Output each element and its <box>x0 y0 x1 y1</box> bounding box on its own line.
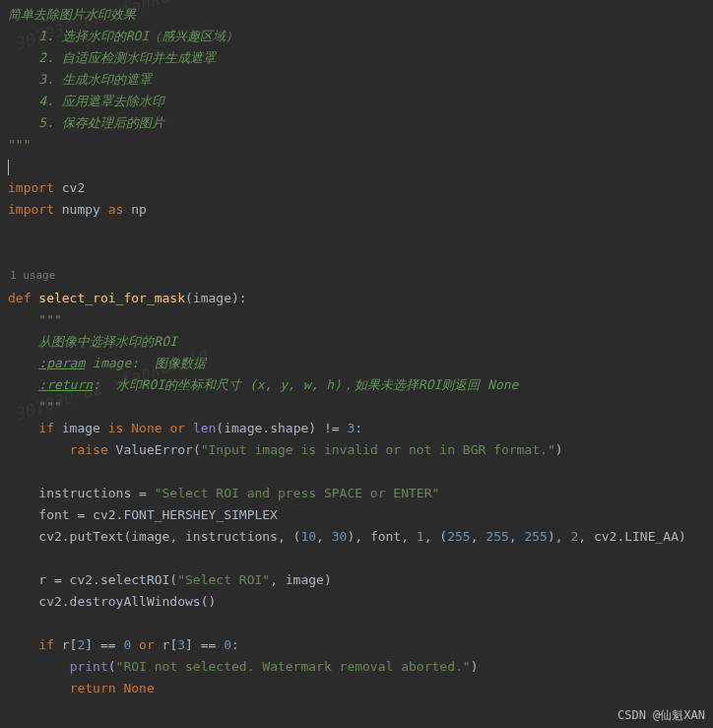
selectroi-pre: r = cv2.selectROI( <box>38 572 177 587</box>
code-editor[interactable]: 简单去除图片水印效果 1. 选择水印的ROI（感兴趣区域） 2. 自适应检测水印… <box>0 0 713 699</box>
instructions-assign: instructions = <box>38 486 154 500</box>
or-keyword-2: or <box>139 637 155 652</box>
number-255a: 255 <box>447 529 470 544</box>
close-paren2: ) <box>471 659 479 674</box>
inner-docstring-open: """ <box>38 312 61 327</box>
docstring-title: 简单去除图片水印效果 <box>8 7 136 22</box>
number-255c: 255 <box>524 529 547 544</box>
return-tag: :return <box>38 377 93 392</box>
r-close-eq: ] == <box>85 637 123 652</box>
param-desc: image: 图像数据 <box>85 356 205 370</box>
font-arg: font <box>370 529 401 544</box>
puttext-tail: cv2.LINE_AA) <box>594 529 686 544</box>
docstring-step-4: 4. 应用遮罩去除水印 <box>38 94 163 108</box>
or-keyword: or <box>169 421 185 435</box>
param-tag: :param <box>38 356 85 370</box>
csdn-attribution: CSDN @仙魁XAN <box>617 707 705 724</box>
instructions-string: "Select ROI and press SPACE or ENTER" <box>155 486 440 500</box>
code-text: image <box>54 421 108 435</box>
font-line: font = cv2.FONT_HERSHEY_SIMPLEX <box>38 507 278 522</box>
text-cursor <box>8 160 9 175</box>
paren-close-colon: ): <box>231 291 247 305</box>
comma: , <box>401 529 417 544</box>
code-text: (image.shape) != <box>216 421 347 435</box>
docstring-step-5: 5. 保存处理后的图片 <box>38 115 163 130</box>
number-10: 10 <box>300 529 316 544</box>
number-0a: 0 <box>123 637 131 652</box>
close-tuple: ), <box>548 529 570 544</box>
paren-open: ( <box>185 291 193 305</box>
import-keyword-2: import <box>8 202 54 217</box>
docstring-desc: 从图像中选择水印的ROI <box>38 334 176 349</box>
import-module-cv2: cv2 <box>54 180 85 195</box>
docstring-step-2: 2. 自适应检测水印并生成遮罩 <box>38 50 215 65</box>
r-index2: r[ <box>155 637 177 652</box>
destroy-line: cv2.destroyAllWindows() <box>38 594 216 609</box>
import-module-numpy: numpy <box>54 202 108 217</box>
print-string: "ROI not selected. Watermark removal abo… <box>116 659 471 674</box>
docstring-step-3: 3. 生成水印的遮罩 <box>38 72 151 87</box>
number-3b: 3 <box>177 637 185 652</box>
return-keyword: return <box>70 681 116 695</box>
comma: , <box>578 529 594 544</box>
selectroi-string: "Select ROI" <box>177 572 270 587</box>
number-30: 30 <box>332 529 348 544</box>
comma: , <box>316 529 332 544</box>
selectroi-post: , image) <box>270 572 332 587</box>
comma: , <box>278 529 293 544</box>
puttext-pre: cv2.putText(image <box>38 529 169 544</box>
usage-hint[interactable]: 1 usage <box>8 264 713 288</box>
param-image: image <box>193 291 231 305</box>
as-keyword: as <box>108 202 124 217</box>
number-255b: 255 <box>486 529 508 544</box>
puttext-instr: instructions <box>185 529 278 544</box>
number-0b: 0 <box>224 637 231 652</box>
comma: , <box>509 529 525 544</box>
import-alias-np: np <box>123 202 146 217</box>
return-desc: : 水印ROI的坐标和尺寸 (x, y, w, h)，如果未选择ROI则返回 N… <box>93 377 518 392</box>
close-tuple: ), <box>347 529 369 544</box>
valueerror-class: ValueError <box>116 442 193 457</box>
none-literal: None <box>123 681 154 695</box>
def-keyword: def <box>8 291 31 305</box>
if-keyword: if <box>38 421 54 435</box>
r-close-eq2: ] == <box>185 637 224 652</box>
docstring-step-1: 1. 选择水印的ROI（感兴趣区域） <box>38 29 238 43</box>
colon2: : <box>231 637 239 652</box>
number-1: 1 <box>417 529 424 544</box>
comma: , <box>169 529 185 544</box>
comma: , <box>471 529 486 544</box>
if-keyword-2: if <box>38 637 54 652</box>
colon: : <box>355 421 362 435</box>
inner-docstring-close: """ <box>38 399 61 414</box>
error-string: "Input image is invalid or not in BGR fo… <box>201 442 555 457</box>
import-keyword-1: import <box>8 180 54 195</box>
none-keyword: None <box>131 421 162 435</box>
comma: , <box>424 529 440 544</box>
docstring-close: """ <box>8 137 31 152</box>
r-index: r[ <box>54 637 77 652</box>
function-name: select_roi_for_mask <box>38 291 185 305</box>
raise-keyword: raise <box>70 442 108 457</box>
print-builtin: print <box>70 659 108 674</box>
len-builtin: len <box>193 421 216 435</box>
open-tuple: ( <box>439 529 447 544</box>
close-paren: ) <box>555 442 563 457</box>
is-keyword: is <box>108 421 124 435</box>
